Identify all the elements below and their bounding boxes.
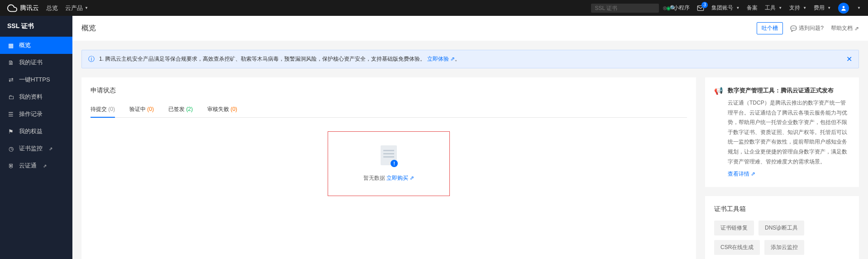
tools-menu[interactable]: 工具▼ <box>765 4 782 12</box>
caret-down-icon: ▼ <box>736 6 739 10</box>
sidebar-item-overview[interactable]: ▦ 概览 <box>0 37 72 54</box>
mail-icon[interactable]: 3 <box>697 5 704 12</box>
avatar[interactable] <box>838 3 849 14</box>
tool-monitor[interactable]: 添加云监控 <box>764 240 804 255</box>
empty-state: ! 暂无数据 立即购买 ⇗ <box>328 131 450 196</box>
gift-icon: ⚑ <box>7 128 14 135</box>
layout: SSL 证书 ▦ 概览 🗎 我的证书 ⇄ 一键HTTPS 🗀 我的资料 ☰ 操作… <box>0 16 868 259</box>
tool-csr[interactable]: CSR在线生成 <box>714 240 760 255</box>
sidebar-title: SSL 证书 <box>0 16 72 37</box>
svg-point-1 <box>843 6 845 8</box>
beian-link[interactable]: 备案 <box>747 4 758 12</box>
cloud-logo-icon <box>7 3 17 13</box>
fees-menu[interactable]: 费用▼ <box>814 4 831 12</box>
clock-icon: ◷ <box>7 145 14 152</box>
external-icon: ⇗ <box>854 25 859 32</box>
content: ⓘ 1. 腾讯云主机安全产品满足等保合规要求，高效查杀挖矿、勒索等木马病毒，预警… <box>72 41 868 259</box>
search-input[interactable] <box>595 5 663 11</box>
folder-icon: 🗀 <box>7 93 14 101</box>
status-title: 申请状态 <box>91 86 687 95</box>
announce: 📢 数字资产管理工具：腾讯云证通正式发布 云证通（TDCP）是腾讯云推出的数字资… <box>714 86 850 178</box>
account-menu[interactable]: 集团账号▼ <box>711 4 739 12</box>
header-actions: 吐个槽 💬遇到问题? 帮助文档 ⇗ <box>757 22 859 34</box>
problem-link[interactable]: 💬遇到问题? <box>790 24 824 32</box>
external-icon: ⇗ <box>43 163 47 168</box>
tab-verifying[interactable]: 验证中 (0) <box>129 102 154 118</box>
tab-failed[interactable]: 审核失败 (0) <box>207 102 237 118</box>
sidebar-item-logs[interactable]: ☰ 操作记录 <box>0 106 72 123</box>
https-icon: ⇄ <box>7 76 14 83</box>
chat-icon: 💬 <box>790 25 797 32</box>
info-icon: ⓘ <box>88 55 95 63</box>
announce-link[interactable]: 查看详情 ⇗ <box>728 171 755 177</box>
sidebar-item-https[interactable]: ⇄ 一键HTTPS <box>0 71 72 88</box>
list-icon: ☰ <box>7 110 14 118</box>
info-text: 1. 腾讯云主机安全产品满足等保合规要求，高效查杀挖矿、勒索等木马病毒，预警漏洞… <box>99 55 842 63</box>
empty-doc-icon: ! <box>378 145 400 167</box>
user-icon <box>840 5 847 11</box>
topbar-left: 腾讯云 总览 云产品▼ <box>7 3 88 13</box>
brand-text: 腾讯云 <box>20 4 39 12</box>
tool-grid: 证书链修复 DNS诊断工具 CSR在线生成 添加云监控 <box>714 221 850 255</box>
announce-panel: 📢 数字资产管理工具：腾讯云证通正式发布 云证通（TDCP）是腾讯云推出的数字资… <box>705 77 859 187</box>
sidebar: SSL 证书 ▦ 概览 🗎 我的证书 ⇄ 一键HTTPS 🗀 我的资料 ☰ 操作… <box>0 16 72 259</box>
nav-products[interactable]: 云产品▼ <box>65 4 88 12</box>
topbar: 腾讯云 总览 云产品▼ ⊗ 🔍 ◉小程序 3 集团账号▼ 备案 工具▼ 支持▼ … <box>0 0 868 16</box>
announce-body: 数字资产管理工具：腾讯云证通正式发布 云证通（TDCP）是腾讯云推出的数字资产统… <box>728 86 850 178</box>
feedback-button[interactable]: 吐个槽 <box>757 22 783 34</box>
toolbox-title: 证书工具箱 <box>714 205 850 213</box>
caret-down-icon: ▼ <box>827 6 831 10</box>
buy-link[interactable]: 立即购买 ⇗ <box>386 175 414 181</box>
empty-text: 暂无数据 立即购买 ⇗ <box>337 174 440 182</box>
main: 概览 吐个槽 💬遇到问题? 帮助文档 ⇗ ⓘ 1. 腾讯云主机安全产品满足等保合… <box>72 16 868 259</box>
search-box[interactable]: ⊗ 🔍 <box>591 4 659 13</box>
caret-down-icon: ▼ <box>803 6 806 10</box>
megaphone-icon: 📢 <box>714 86 723 178</box>
sidebar-item-monitor[interactable]: ◷ 证书监控 ⇗ <box>0 140 72 157</box>
miniapp-link[interactable]: ◉小程序 <box>666 4 690 12</box>
caret-down-icon: ▼ <box>85 6 88 10</box>
doc-icon: 🗎 <box>7 59 14 66</box>
side-column: 📢 数字资产管理工具：腾讯云证通正式发布 云证通（TDCP）是腾讯云推出的数字资… <box>705 77 859 259</box>
grid-icon: ▦ <box>7 42 14 49</box>
shield-icon: ⛨ <box>7 162 14 169</box>
status-tabs: 待提交 (0) 验证中 (0) 已签发 (2) 审核失败 (0) <box>91 102 687 118</box>
tool-cert-chain[interactable]: 证书链修复 <box>714 221 754 235</box>
sidebar-item-profile[interactable]: 🗀 我的资料 <box>0 88 72 106</box>
external-icon: ⇗ <box>49 146 52 151</box>
tab-pending[interactable]: 待提交 (0) <box>91 102 115 118</box>
status-dot-icon: ◉ <box>666 5 671 11</box>
sidebar-item-tdcp[interactable]: ⛨ 云证通 ⇗ <box>0 157 72 174</box>
nav-overview[interactable]: 总览 <box>46 4 58 12</box>
caret-down-icon: ▼ <box>857 6 861 10</box>
sidebar-item-my-certs[interactable]: 🗎 我的证书 <box>0 54 72 71</box>
topbar-right: ⊗ 🔍 ◉小程序 3 集团账号▼ 备案 工具▼ 支持▼ 费用▼ ▼ <box>591 3 861 14</box>
status-panel: 申请状态 待提交 (0) 验证中 (0) 已签发 (2) 审核失败 (0) ! <box>81 77 696 259</box>
announce-desc: 云证通（TDCP）是腾讯云推出的数字资产统一管理平台。云证通结合了腾讯云各项云服… <box>728 98 850 167</box>
support-menu[interactable]: 支持▼ <box>789 4 806 12</box>
info-link[interactable]: 立即体验 ⇗ <box>427 56 455 62</box>
caret-down-icon: ▼ <box>778 6 782 10</box>
page-title: 概览 <box>81 24 96 33</box>
tool-dns[interactable]: DNS诊断工具 <box>758 221 804 235</box>
tab-issued[interactable]: 已签发 (2) <box>168 102 193 118</box>
logo[interactable]: 腾讯云 <box>7 3 39 13</box>
info-bar: ⓘ 1. 腾讯云主机安全产品满足等保合规要求，高效查杀挖矿、勒索等木马病毒，预警… <box>81 50 859 68</box>
sidebar-item-benefits[interactable]: ⚑ 我的权益 <box>0 123 72 140</box>
close-icon[interactable]: ✕ <box>846 55 852 63</box>
toolbox-panel: 证书工具箱 证书链修复 DNS诊断工具 CSR在线生成 添加云监控 <box>705 196 859 259</box>
content-row: 申请状态 待提交 (0) 验证中 (0) 已签发 (2) 审核失败 (0) ! <box>81 77 859 259</box>
helpdoc-link[interactable]: 帮助文档 ⇗ <box>831 24 859 32</box>
info-badge-icon: ! <box>391 160 398 167</box>
announce-title: 数字资产管理工具：腾讯云证通正式发布 <box>728 86 850 95</box>
mail-badge: 3 <box>701 2 708 8</box>
main-header: 概览 吐个槽 💬遇到问题? 帮助文档 ⇗ <box>72 16 868 41</box>
